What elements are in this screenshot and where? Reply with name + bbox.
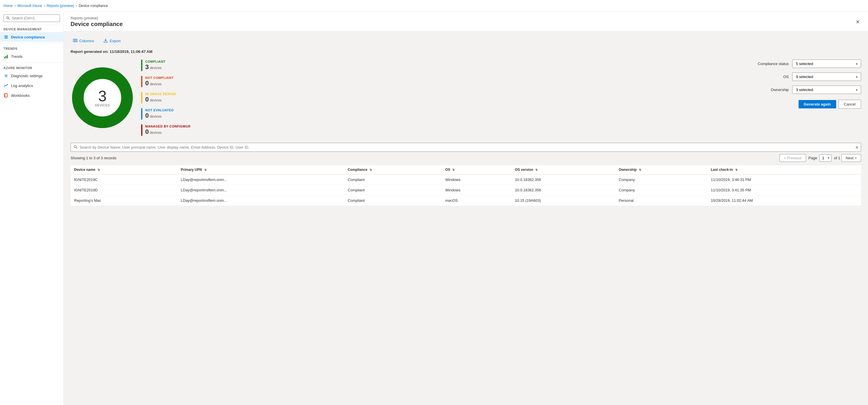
svg-point-15 (74, 145, 76, 148)
cell-last-checkin: 10/28/2019, 11:02:44 AM (707, 195, 861, 206)
export-label: Export (110, 39, 121, 43)
svg-rect-5 (7, 55, 8, 58)
generate-again-button[interactable]: Generate again (799, 100, 836, 108)
svg-rect-11 (75, 39, 76, 42)
svg-rect-2 (4, 38, 8, 38)
workbooks-icon (3, 93, 9, 98)
col-compliance[interactable]: Compliance ⇅ (344, 165, 442, 174)
breadcrumb-intune[interactable]: Microsoft Intune (18, 4, 42, 8)
svg-rect-10 (73, 39, 74, 42)
cell-ownership: Company (615, 174, 707, 185)
stat-unit-managed-configmgr: devices (150, 131, 162, 135)
app-layout: Device management Device compliance Tren… (0, 11, 868, 405)
svg-rect-9 (5, 94, 7, 97)
stat-count-managed-configmgr: 0 (145, 128, 149, 135)
sidebar-item-workbooks[interactable]: Workbooks (0, 91, 63, 100)
search-clear-button[interactable]: ✕ (855, 145, 859, 150)
panel-header: Reports (preview) Device compliance ✕ (64, 11, 868, 31)
search-input[interactable] (3, 14, 60, 22)
sort-icon-primary-upn: ⇅ (204, 168, 207, 171)
col-last-checkin[interactable]: Last check-in ⇅ (707, 165, 861, 174)
table-row[interactable]: IGNITE2019C LDay@reportmsftem.onm... Com… (71, 174, 861, 185)
sidebar-item-log-analytics[interactable]: Log analytics (0, 81, 63, 91)
page-select[interactable]: 1 (819, 155, 832, 162)
sidebar-item-trends[interactable]: Trends (0, 52, 63, 61)
cell-ownership: Company (615, 185, 707, 195)
top-nav: Home › Microsoft Intune › Reports (previ… (0, 0, 868, 11)
sidebar-item-log-analytics-label: Log analytics (11, 83, 33, 88)
filter-os-select[interactable]: 9 selected (792, 73, 861, 81)
sidebar-section-azure-monitor-label: Azure monitor (0, 64, 63, 71)
stat-count-not-evaluated: 0 (145, 112, 149, 119)
panel-title-text: Device compliance (71, 21, 123, 28)
svg-rect-3 (4, 57, 5, 58)
stat-bar-in-grace-period (141, 92, 142, 103)
stat-bar-not-evaluated (141, 108, 142, 120)
export-button[interactable]: Export (101, 37, 123, 45)
svg-point-7 (7, 84, 8, 85)
analytics-icon (3, 83, 9, 88)
columns-label: Columns (79, 39, 94, 43)
next-button[interactable]: Next > (841, 154, 861, 162)
filter-compliance-status-wrap: 5 selected ▼ (792, 60, 861, 68)
cell-device-name: IGNITE2019C (71, 174, 177, 185)
cell-ownership: Personal (615, 195, 707, 206)
stat-label-managed-configmgr: MANAGED BY CONFIGMGR (145, 125, 190, 128)
stat-unit-not-evaluated: devices (150, 114, 162, 119)
col-device-name[interactable]: Device name ⇅ (71, 165, 177, 174)
sidebar-search-wrap (0, 11, 63, 25)
col-os[interactable]: OS ⇅ (442, 165, 512, 174)
col-ownership[interactable]: Ownership ⇅ (615, 165, 707, 174)
col-os-version[interactable]: OS version ⇅ (512, 165, 615, 174)
donut-total-number: 3 (95, 89, 110, 103)
cell-last-checkin: 11/10/2019, 3:46:31 PM (707, 174, 861, 185)
sort-icon-compliance: ⇅ (370, 168, 372, 171)
stat-count-not-compliant: 0 (145, 79, 149, 87)
filter-compliance-status-select[interactable]: 5 selected (792, 60, 861, 68)
previous-button[interactable]: < Previous (779, 154, 806, 162)
table-row[interactable]: IGNITE2019D LDay@reportmsftem.onm... Com… (71, 185, 861, 195)
stat-not-evaluated: NOT EVALUATED 0 devices (141, 108, 199, 120)
table-container: Device name ⇅ Primary UPN ⇅ Compliance ⇅ (71, 165, 861, 206)
sidebar-item-diagnostic-settings[interactable]: Diagnostic settings (0, 71, 63, 81)
sidebar-item-device-compliance-label: Device compliance (11, 35, 45, 39)
panel-subtitle: Reports (preview) (71, 16, 123, 20)
filter-compliance-status-row: Compliance status 5 selected ▼ (751, 60, 861, 68)
action-buttons: Generate again Cancel (751, 100, 861, 109)
records-count: Showing 1 to 3 of 3 records (71, 156, 116, 160)
breadcrumb-reports[interactable]: Reports (preview) (46, 4, 74, 8)
search-input-main[interactable] (71, 143, 861, 152)
breadcrumb-home[interactable]: Home (3, 4, 13, 8)
page-label: Page (808, 156, 817, 160)
col-primary-upn[interactable]: Primary UPN ⇅ (177, 165, 344, 174)
columns-button[interactable]: Columns (71, 37, 96, 45)
stat-count-compliant: 3 (145, 63, 149, 71)
filter-ownership-select[interactable]: 3 selected (792, 86, 861, 94)
stat-unit-in-grace-period: devices (150, 98, 162, 102)
cell-compliance: Compliant (344, 195, 442, 206)
donut-center: 3 DEVICES (95, 89, 110, 107)
breadcrumb-current: Device compliance (79, 4, 108, 8)
data-table: Device name ⇅ Primary UPN ⇅ Compliance ⇅ (71, 165, 861, 206)
cell-device-name: Reporting's Mac (71, 195, 177, 206)
sidebar-item-workbooks-label: Workbooks (11, 93, 30, 98)
stat-unit-compliant: devices (150, 66, 162, 70)
sidebar-item-device-compliance[interactable]: Device compliance (0, 32, 63, 42)
stats-section: COMPLIANT 3 devices NOT COMPLIANT 0 devi… (141, 60, 199, 136)
close-button[interactable]: ✕ (855, 18, 861, 26)
columns-icon (73, 38, 78, 44)
list-icon (3, 34, 9, 40)
export-icon (103, 38, 108, 44)
stat-count-in-grace-period: 0 (145, 96, 149, 103)
cancel-button[interactable]: Cancel (838, 100, 861, 109)
stat-bar-managed-configmgr (141, 124, 142, 136)
search-icon (73, 145, 78, 150)
sidebar-divider-1 (0, 43, 63, 43)
filters-section: Compliance status 5 selected ▼ OS 9 (751, 60, 861, 136)
toolbar-row: Columns Export (71, 37, 861, 45)
table-row[interactable]: Reporting's Mac LDay@reportmsftem.onm...… (71, 195, 861, 206)
stat-label-not-evaluated: NOT EVALUATED (145, 108, 174, 112)
chart-icon (3, 54, 9, 59)
cell-os-version: 10.0.18362.356 (512, 185, 615, 195)
cell-os: Windows (442, 185, 512, 195)
